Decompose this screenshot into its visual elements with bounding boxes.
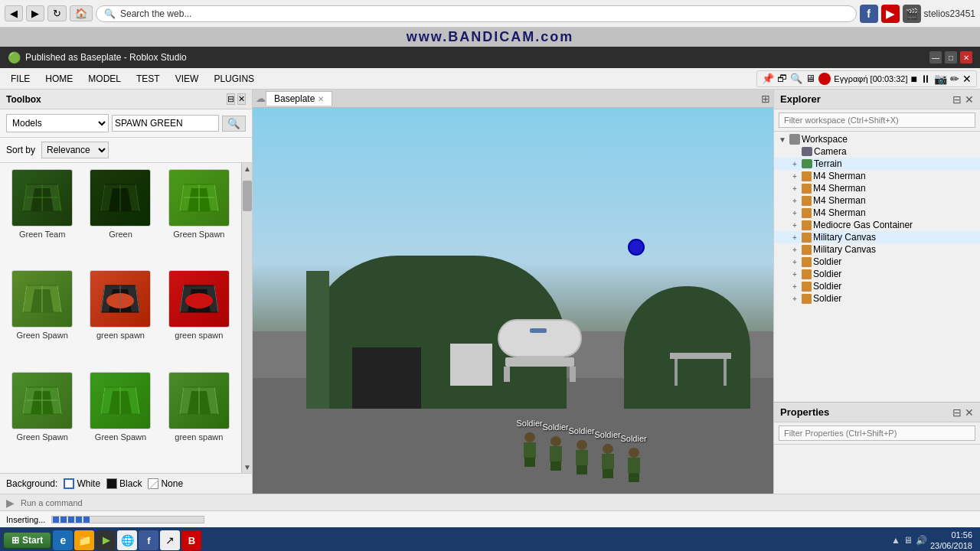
expand-icon[interactable]: +: [789, 195, 800, 206]
sort-label: Sort by: [6, 145, 35, 155]
properties-filter-input[interactable]: [779, 425, 975, 441]
tree-item-m4sherman-2[interactable]: + M4 Sherman: [774, 182, 980, 194]
expand-icon[interactable]: +: [789, 256, 800, 267]
scroll-down-arrow[interactable]: ▼: [242, 461, 252, 473]
nav-forward-button[interactable]: ▶: [26, 5, 44, 21]
toolbox-scrollbar[interactable]: ▲ ▼: [241, 163, 252, 473]
bg-none-option[interactable]: None: [148, 478, 183, 489]
run-command-text[interactable]: Run a command: [21, 498, 83, 507]
explorer-filter-input[interactable]: [779, 112, 975, 128]
menu-file[interactable]: FILE: [3, 70, 38, 87]
tab-close-icon[interactable]: ✕: [318, 95, 324, 103]
menu-plugins[interactable]: PLUGINS: [206, 70, 262, 87]
list-item[interactable]: Green Spawn: [84, 372, 156, 467]
tree-item-soldier-4[interactable]: + Soldier: [774, 292, 980, 305]
list-item[interactable]: green spawn: [84, 270, 156, 365]
tree-item-m4sherman-4[interactable]: + M4 Sherman: [774, 207, 980, 219]
close-button[interactable]: ✕: [960, 51, 972, 64]
nav-back-button[interactable]: ◀: [5, 5, 23, 21]
taskbar-facebook-icon[interactable]: f: [139, 530, 158, 550]
viewport-maximize-icon[interactable]: ⊞: [761, 93, 770, 105]
explorer-detach-button[interactable]: ⊟: [952, 93, 962, 106]
search-input[interactable]: [112, 115, 219, 132]
list-item[interactable]: Green Spawn: [6, 372, 78, 467]
rec-close-button[interactable]: ✕: [962, 73, 972, 85]
search-icon: 🔍: [790, 73, 802, 84]
menu-test[interactable]: TEST: [129, 70, 168, 87]
sort-select[interactable]: Relevance Most Taken Updated Ratings: [41, 142, 109, 158]
expand-icon[interactable]: +: [789, 207, 800, 218]
youtube-icon[interactable]: ▶: [881, 5, 900, 23]
expand-icon[interactable]: +: [789, 244, 800, 255]
model-icon: [802, 171, 812, 181]
bg-black-option[interactable]: Black: [106, 478, 142, 489]
item-label: Green Spawn: [173, 230, 224, 239]
expand-icon[interactable]: +: [789, 158, 800, 169]
tree-item-military-canvas-1[interactable]: + Military Canvas: [774, 231, 980, 243]
expand-icon[interactable]: +: [789, 171, 800, 181]
facebook-icon[interactable]: f: [860, 5, 878, 23]
tree-item-soldier-2[interactable]: + Soldier: [774, 268, 980, 280]
properties-detach-button[interactable]: ⊟: [952, 406, 962, 419]
taskbar-chrome-icon[interactable]: 🌐: [117, 530, 137, 550]
search-button[interactable]: 🔍: [222, 116, 246, 132]
start-button[interactable]: ⊞ Start: [3, 532, 51, 549]
maximize-button[interactable]: □: [945, 51, 957, 64]
category-select[interactable]: Models Decals Audio: [6, 114, 109, 132]
nav-refresh-button[interactable]: ↻: [47, 5, 67, 21]
toolbox-detach-button[interactable]: ⊟: [227, 93, 235, 105]
tree-item-label: Soldier: [813, 256, 841, 267]
explorer-title: Explorer: [780, 93, 821, 105]
taskbar-winamp-icon[interactable]: ▶: [96, 530, 116, 550]
tree-item-camera[interactable]: Camera: [774, 145, 980, 158]
list-item[interactable]: green spawn: [163, 372, 235, 467]
baseplate-tab[interactable]: Baseplate ✕: [266, 91, 332, 106]
toolbox-close-button[interactable]: ✕: [237, 93, 246, 105]
taskbar-arrow-icon[interactable]: ↗: [160, 530, 180, 550]
table-structure: [670, 353, 731, 386]
tree-item-workspace[interactable]: ▼ Workspace: [774, 133, 980, 145]
windows-icon: ⊞: [11, 535, 19, 546]
list-item[interactable]: Green Spawn: [6, 270, 78, 365]
3d-scene[interactable]: Soldier Soldier So: [253, 108, 773, 494]
url-bar[interactable]: 🔍 Search the web...: [96, 5, 857, 22]
snapshot-button[interactable]: 📷: [934, 73, 947, 85]
minimize-button[interactable]: —: [929, 51, 942, 64]
nav-home-button[interactable]: 🏠: [70, 5, 93, 21]
expand-icon[interactable]: +: [789, 269, 800, 279]
expand-icon[interactable]: +: [789, 281, 800, 292]
expand-icon[interactable]: +: [789, 232, 800, 243]
list-item[interactable]: Green Team: [6, 169, 78, 264]
expand-icon[interactable]: ▼: [777, 134, 788, 145]
list-item[interactable]: green spawn: [163, 270, 235, 365]
menu-home[interactable]: HOME: [38, 70, 80, 87]
tree-item-soldier-1[interactable]: + Soldier: [774, 256, 980, 268]
inserting-label: Inserting...: [6, 515, 45, 524]
taskbar-explorer-icon[interactable]: 📁: [74, 530, 94, 550]
menu-model[interactable]: MODEL: [80, 70, 129, 87]
properties-controls: ⊟ ✕: [952, 406, 974, 419]
expand-icon[interactable]: +: [789, 220, 800, 230]
bandicam-icon[interactable]: 🎬: [903, 5, 921, 23]
recording-pause-button[interactable]: ⏸: [920, 73, 931, 85]
pen-button[interactable]: ✏: [950, 73, 959, 85]
bg-white-option[interactable]: White: [64, 478, 100, 489]
toolbox-content: Green Team: [0, 163, 252, 473]
tree-item-gas-container[interactable]: + Mediocre Gas Container: [774, 219, 980, 231]
scroll-up-arrow[interactable]: ▲: [242, 163, 252, 174]
expand-icon[interactable]: +: [789, 293, 800, 304]
tree-item-m4sherman-1[interactable]: + M4 Sherman: [774, 170, 980, 182]
explorer-close-button[interactable]: ✕: [965, 93, 974, 106]
list-item[interactable]: Green: [84, 169, 156, 264]
list-item[interactable]: Green Spawn: [163, 169, 235, 264]
menu-view[interactable]: VIEW: [168, 70, 207, 87]
properties-close-button[interactable]: ✕: [965, 406, 974, 419]
expand-icon[interactable]: +: [789, 183, 800, 194]
taskbar-ie-icon[interactable]: e: [53, 530, 73, 550]
tree-item-terrain[interactable]: + Terrain: [774, 158, 980, 170]
taskbar-bandicam-icon[interactable]: B: [181, 530, 201, 550]
tree-item-m4sherman-3[interactable]: + M4 Sherman: [774, 194, 980, 207]
recording-stop-button[interactable]: ■: [911, 73, 917, 85]
tree-item-military-canvas-2[interactable]: + Military Canvas: [774, 243, 980, 256]
tree-item-soldier-3[interactable]: + Soldier: [774, 280, 980, 292]
